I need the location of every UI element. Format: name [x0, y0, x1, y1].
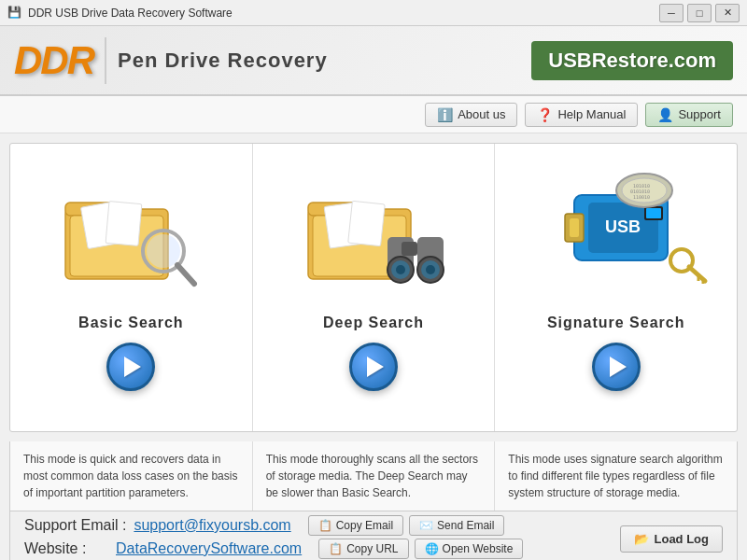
signature-search-description: This mode uses signature search algorith… [495, 441, 737, 511]
basic-search-title: Basic Search [78, 315, 184, 331]
header: DDR Pen Drive Recovery USBRestore.com [0, 26, 747, 96]
app-title: DDR USB Drive Data Recovery Software [28, 7, 659, 20]
deep-search-panel: Deep Search [253, 144, 496, 431]
basic-search-play-button[interactable] [106, 343, 155, 391]
minimize-button[interactable]: ─ [659, 4, 684, 22]
email-buttons: 📋 Copy Email ✉️ Send Email [308, 515, 505, 536]
signature-search-title: Signature Search [547, 315, 685, 331]
svg-line-7 [177, 265, 194, 284]
deep-search-graphic [299, 167, 448, 298]
support-icon: 👤 [657, 107, 673, 122]
svg-rect-28 [646, 208, 661, 218]
email-row: Support Email : support@fixyoursb.com 📋 … [24, 515, 620, 536]
basic-search-panel: Basic Search [10, 144, 253, 431]
website-label: Website : [24, 540, 108, 557]
play-arrow-icon [610, 357, 627, 377]
url-buttons: 📋 Copy URL 🌐 Open Website [318, 539, 523, 559]
load-log-icon: 📂 [634, 532, 649, 546]
url-copy-icon: 📋 [329, 542, 343, 555]
logo-ddr: DDR [14, 41, 93, 80]
open-website-button[interactable]: 🌐 Open Website [415, 539, 524, 559]
open-icon: 🌐 [425, 542, 439, 555]
svg-rect-4 [106, 202, 142, 246]
footer-area: Support Email : support@fixyoursb.com 📋 … [9, 511, 738, 560]
help-manual-button[interactable]: ❓ Help Manual [525, 103, 638, 127]
svg-text:USB: USB [605, 217, 641, 236]
website-link[interactable]: DataRecoverySoftware.com [116, 540, 302, 557]
main-content: Basic Search [9, 143, 738, 432]
play-arrow-icon [124, 357, 141, 377]
svg-text:110010: 110010 [633, 194, 650, 200]
svg-rect-24 [570, 218, 579, 237]
deep-search-image [280, 158, 467, 307]
copy-email-label: Copy Email [336, 519, 393, 532]
support-button[interactable]: 👤 Support [645, 103, 733, 127]
send-icon: ✉️ [419, 519, 433, 532]
svg-point-20 [396, 265, 405, 274]
brand-label: USBRestore.com [531, 41, 733, 80]
signature-search-image: USB 101010 0101010 110010 [523, 158, 710, 307]
support-email-link[interactable]: support@fixyoursb.com [134, 517, 290, 534]
basic-search-graphic [56, 167, 205, 298]
support-email-label: Support Email : [24, 517, 126, 534]
navbar: ℹ️ About us ❓ Help Manual 👤 Support [0, 96, 747, 133]
svg-rect-15 [402, 242, 417, 256]
deep-search-description: This mode thoroughly scans all the secto… [253, 441, 496, 511]
footer-info: Support Email : support@fixyoursb.com 📋 … [24, 515, 620, 560]
copy-url-label: Copy URL [346, 542, 398, 555]
send-email-label: Send Email [437, 519, 494, 532]
maximize-button[interactable]: □ [687, 4, 712, 22]
logo-divider [105, 37, 106, 84]
copy-email-button[interactable]: 📋 Copy Email [308, 515, 403, 536]
svg-point-21 [426, 265, 435, 274]
close-button[interactable]: ✕ [715, 4, 740, 22]
signature-search-panel: USB 101010 0101010 110010 Signature Sear… [495, 144, 737, 431]
basic-search-image [37, 158, 224, 307]
basic-search-description: This mode is quick and recovers data in … [10, 441, 253, 511]
descriptions-section: This mode is quick and recovers data in … [9, 441, 738, 511]
logo-text: Pen Drive Recovery [118, 49, 328, 73]
load-log-button[interactable]: 📂 Load Log [620, 525, 724, 553]
help-icon: ❓ [537, 107, 553, 122]
load-log-label: Load Log [655, 532, 710, 546]
copy-url-button[interactable]: 📋 Copy URL [318, 539, 408, 559]
copy-icon: 📋 [318, 519, 332, 532]
about-label: About us [458, 107, 505, 121]
signature-search-graphic: USB 101010 0101010 110010 [523, 167, 710, 298]
signature-search-play-button[interactable] [592, 343, 641, 391]
app-icon: 💾 [7, 6, 22, 21]
play-arrow-icon [367, 357, 384, 377]
app-name: Pen Drive Recovery [118, 49, 328, 73]
deep-search-play-button[interactable] [349, 343, 398, 391]
titlebar: 💾 DDR USB Drive Data Recovery Software ─… [0, 0, 747, 26]
help-label: Help Manual [557, 107, 626, 121]
open-website-label: Open Website [443, 542, 514, 555]
send-email-button[interactable]: ✉️ Send Email [409, 515, 504, 536]
support-label: Support [678, 107, 721, 121]
svg-rect-12 [348, 201, 386, 245]
svg-point-6 [147, 234, 180, 268]
info-icon: ℹ️ [437, 107, 453, 122]
website-row: Website : DataRecoverySoftware.com 📋 Cop… [24, 539, 620, 559]
window-controls: ─ □ ✕ [659, 4, 740, 22]
about-us-button[interactable]: ℹ️ About us [425, 103, 517, 127]
deep-search-title: Deep Search [323, 315, 424, 331]
